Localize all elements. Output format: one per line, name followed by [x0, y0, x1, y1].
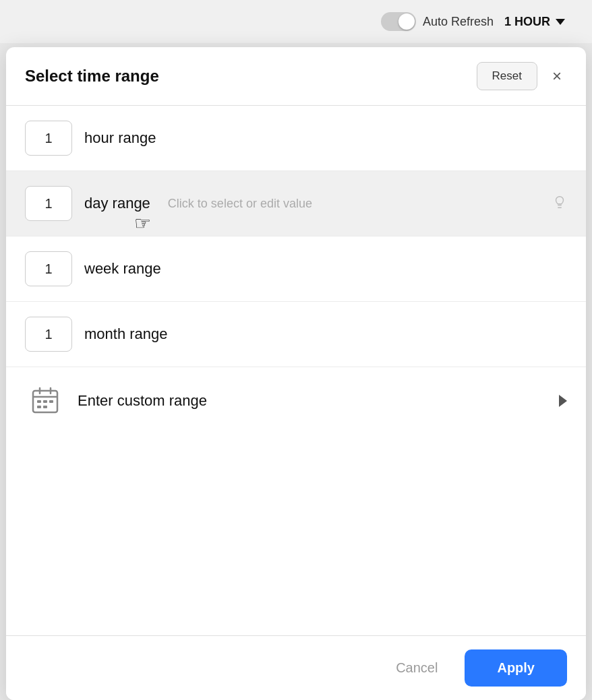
hour-dropdown[interactable]: 1 HOUR — [504, 15, 565, 29]
hour-range-row[interactable]: 1 hour range — [6, 106, 586, 171]
svg-rect-5 — [37, 400, 41, 403]
hint-lightbulb-icon — [552, 195, 567, 213]
cursor-hand-icon: ☞ — [134, 212, 151, 234]
week-range-row[interactable]: 1 week range — [6, 236, 586, 302]
svg-rect-8 — [37, 406, 41, 408]
custom-range-label: Enter custom range — [78, 392, 547, 410]
apply-button[interactable]: Apply — [465, 649, 567, 687]
week-range-input[interactable]: 1 — [25, 251, 72, 286]
modal-header: Select time range Reset × — [6, 47, 586, 106]
time-range-modal: Select time range Reset × 1 hour range 1… — [6, 47, 586, 700]
chevron-down-icon — [556, 19, 565, 25]
auto-refresh-toggle-wrapper[interactable]: Auto Refresh — [381, 12, 494, 31]
reset-button[interactable]: Reset — [477, 62, 537, 90]
header-actions: Reset × — [477, 62, 567, 90]
cancel-button[interactable]: Cancel — [382, 652, 451, 684]
toggle-knob — [398, 13, 415, 30]
close-button[interactable]: × — [547, 65, 567, 87]
day-range-label: day range — [84, 195, 150, 212]
custom-range-row[interactable]: Enter custom range — [6, 367, 586, 435]
hour-range-input[interactable]: 1 — [25, 121, 72, 156]
day-range-input[interactable]: 1 — [25, 186, 72, 221]
hour-value: 1 HOUR — [504, 15, 550, 29]
auto-refresh-label: Auto Refresh — [423, 15, 494, 29]
svg-rect-9 — [43, 406, 47, 408]
auto-refresh-toggle[interactable] — [381, 12, 416, 31]
modal-body: 1 hour range 1 day range Click to select… — [6, 106, 586, 635]
month-range-input[interactable]: 1 — [25, 317, 72, 352]
week-range-label: week range — [84, 260, 161, 278]
month-range-row[interactable]: 1 month range — [6, 302, 586, 367]
modal-overlay: Select time range Reset × 1 hour range 1… — [0, 47, 592, 700]
modal-footer: Cancel Apply — [6, 635, 586, 700]
day-range-row[interactable]: 1 day range Click to select or edit valu… — [6, 171, 586, 236]
calendar-icon — [25, 383, 65, 418]
top-bar: Auto Refresh 1 HOUR — [0, 0, 592, 43]
day-range-hint: Click to select or edit value — [168, 197, 312, 211]
modal-title: Select time range — [25, 67, 159, 86]
svg-rect-6 — [43, 400, 47, 403]
hour-range-label: hour range — [84, 129, 156, 147]
svg-rect-7 — [49, 400, 53, 403]
chevron-right-icon — [559, 395, 567, 407]
month-range-label: month range — [84, 325, 168, 343]
